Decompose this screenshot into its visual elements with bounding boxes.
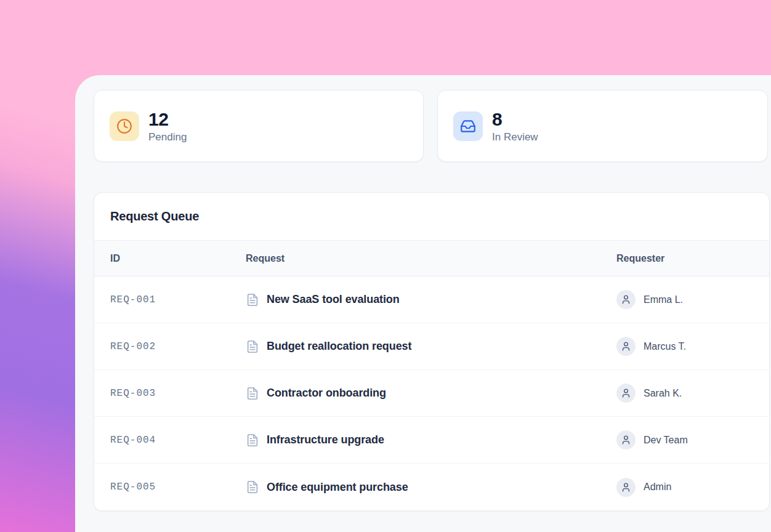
stat-icon-box bbox=[110, 111, 139, 141]
request-cell: New SaaS tool evaluation bbox=[246, 293, 616, 307]
column-header-request: Request bbox=[246, 253, 616, 264]
requester-cell: Admin bbox=[616, 478, 769, 497]
clock-icon bbox=[116, 118, 132, 134]
request-id: REQ-003 bbox=[110, 388, 246, 399]
stat-card: 12 Pending bbox=[94, 90, 424, 162]
request-id: REQ-002 bbox=[110, 341, 246, 352]
request-id: REQ-004 bbox=[110, 435, 246, 446]
request-cell: Budget reallocation request bbox=[246, 340, 616, 353]
request-cell: Contractor onboarding bbox=[246, 387, 616, 400]
column-header-id: ID bbox=[110, 253, 246, 264]
table-row[interactable]: REQ-004 Infrastructure upgrade Dev Team bbox=[94, 417, 769, 464]
avatar bbox=[616, 290, 636, 309]
requester-name: Emma L. bbox=[644, 294, 683, 305]
file-text-icon bbox=[246, 433, 259, 447]
stat-value: 8 bbox=[492, 109, 538, 129]
user-icon bbox=[621, 388, 631, 398]
avatar bbox=[616, 478, 636, 497]
user-icon bbox=[621, 294, 631, 305]
file-text-icon bbox=[246, 293, 259, 307]
table-row[interactable]: REQ-001 New SaaS tool evaluation Emma L. bbox=[94, 276, 769, 323]
page-title: Request Queue bbox=[110, 209, 199, 224]
avatar bbox=[616, 337, 636, 356]
requester-name: Sarah K. bbox=[644, 388, 682, 399]
avatar bbox=[616, 430, 636, 449]
requester-cell: Marcus T. bbox=[616, 337, 769, 356]
user-icon bbox=[621, 482, 631, 493]
request-title: Office equipment purchase bbox=[267, 481, 408, 494]
request-id: REQ-005 bbox=[110, 482, 246, 493]
user-icon bbox=[621, 435, 631, 445]
stats-section: 12 Pending 8 In Review bbox=[94, 90, 771, 162]
request-title: Budget reallocation request bbox=[267, 340, 411, 353]
inbox-icon bbox=[460, 118, 476, 134]
stat-text: 8 In Review bbox=[492, 109, 538, 143]
main-panel: 12 Pending 8 In Review Request Queue ID … bbox=[75, 75, 771, 532]
table-body: REQ-001 New SaaS tool evaluation Emma L.… bbox=[94, 276, 769, 510]
file-text-icon bbox=[246, 480, 259, 494]
table-row[interactable]: REQ-005 Office equipment purchase Admin bbox=[94, 464, 769, 510]
stat-icon-box bbox=[453, 111, 483, 141]
stat-label: In Review bbox=[492, 131, 538, 143]
requester-name: Dev Team bbox=[644, 435, 688, 446]
requester-name: Marcus T. bbox=[644, 341, 686, 352]
request-title: New SaaS tool evaluation bbox=[267, 293, 400, 306]
card-title-row: Request Queue bbox=[94, 193, 769, 241]
table-header-row: ID Request Requester bbox=[94, 241, 769, 276]
avatar bbox=[616, 384, 636, 403]
request-queue-card: Request Queue ID Request Requester REQ-0… bbox=[94, 192, 770, 511]
request-id: REQ-001 bbox=[110, 294, 246, 305]
request-cell: Infrastructure upgrade bbox=[246, 433, 616, 447]
stat-card: 8 In Review bbox=[437, 90, 768, 162]
requester-name: Admin bbox=[644, 482, 671, 493]
file-text-icon bbox=[246, 340, 259, 353]
table-row[interactable]: REQ-002 Budget reallocation request Marc… bbox=[94, 323, 769, 370]
request-cell: Office equipment purchase bbox=[246, 480, 616, 494]
requester-cell: Sarah K. bbox=[616, 384, 769, 403]
stat-value: 12 bbox=[148, 109, 187, 129]
file-text-icon bbox=[246, 387, 259, 400]
user-icon bbox=[621, 341, 631, 352]
stat-text: 12 Pending bbox=[148, 109, 187, 143]
requester-cell: Emma L. bbox=[616, 290, 769, 309]
column-header-requester: Requester bbox=[616, 253, 769, 264]
request-title: Infrastructure upgrade bbox=[267, 433, 384, 446]
requester-cell: Dev Team bbox=[616, 430, 769, 449]
request-title: Contractor onboarding bbox=[267, 387, 386, 400]
table-row[interactable]: REQ-003 Contractor onboarding Sarah K. bbox=[94, 370, 769, 417]
stat-label: Pending bbox=[148, 131, 187, 143]
